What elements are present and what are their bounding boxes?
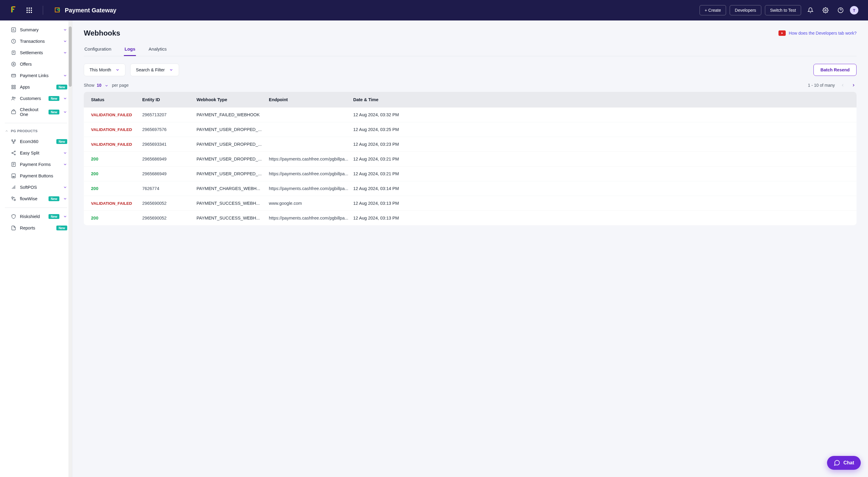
svg-point-21 — [14, 97, 16, 99]
cell-status: 200 — [91, 216, 142, 220]
sidebar-item-summary[interactable]: Summary — [0, 24, 72, 36]
product-name: Payment Gateway — [65, 7, 116, 14]
col-header: Entity ID — [142, 97, 196, 102]
cell-datetime: 12 Aug 2024, 03:13 PM — [353, 201, 849, 206]
create-button[interactable]: + Create — [700, 5, 726, 15]
cell-datetime: 12 Aug 2024, 03:14 PM — [353, 186, 849, 191]
table-row[interactable]: VALIDATION_FAILED2965690052PAYMENT_SUCCE… — [84, 196, 857, 211]
table-row[interactable]: 2002965686949PAYMENT_USER_DROPPED_...htt… — [84, 152, 857, 167]
cell-status: 200 — [91, 171, 142, 176]
chevron-down-icon — [63, 96, 67, 101]
per-page-dropdown[interactable]: 10 — [97, 83, 108, 88]
chat-fab[interactable]: Chat — [827, 456, 861, 470]
chevron-down-icon — [63, 73, 67, 78]
developers-button[interactable]: Developers — [730, 5, 761, 15]
sidebar-item-transactions[interactable]: Transactions — [0, 36, 72, 47]
svg-point-13 — [13, 64, 14, 65]
pager-prev-button[interactable] — [840, 82, 846, 88]
signal-icon — [11, 184, 16, 190]
sidebar-item-customers[interactable]: CustomersNew — [0, 93, 72, 104]
sidebar-item-easy-split[interactable]: Easy Split — [0, 147, 72, 159]
sidebar-item-label: Transactions — [20, 39, 59, 44]
date-filter-label: This Month — [90, 67, 111, 72]
cell-webhook-type: PAYMENT_SUCCESS_WEBH... — [196, 216, 269, 220]
gear-icon[interactable] — [820, 4, 831, 16]
bell-icon[interactable] — [805, 4, 816, 16]
nav-section-pg-products[interactable]: PG PRODUCTS — [0, 126, 72, 136]
sidebar-item-checkout-one[interactable]: Checkout OneNew — [0, 104, 72, 120]
cell-webhook-type: PAYMENT_USER_DROPPED_... — [196, 127, 269, 132]
svg-point-28 — [14, 154, 16, 155]
sidebar-item-label: Offers — [20, 62, 67, 67]
sidebar-item-payment-forms[interactable]: Payment Forms — [0, 159, 72, 170]
svg-rect-14 — [11, 74, 16, 77]
table-row[interactable]: 2007626774PAYMENT_CHARGES_WEBH...https:/… — [84, 181, 857, 196]
logo-icon[interactable] — [10, 5, 18, 15]
sidebar-item-settlements[interactable]: Settlements — [0, 47, 72, 59]
sidebar-item-label: Payment Forms — [20, 162, 59, 167]
clipboard-icon — [11, 50, 16, 56]
sidebar-item-softpos[interactable]: SoftPOS — [0, 181, 72, 193]
help-link[interactable]: How does the Developers tab work? — [778, 30, 857, 36]
sidebar-item-payment-links[interactable]: Payment Links — [0, 70, 72, 81]
cell-entity-id: 2965686949 — [142, 157, 196, 161]
cell-webhook-type: PAYMENT_CHARGES_WEBH... — [196, 186, 269, 191]
svg-rect-18 — [12, 88, 13, 89]
show-label: Show — [84, 83, 94, 88]
table-header: StatusEntity IDWebhook TypeEndpointDate … — [84, 92, 857, 107]
svg-point-12 — [11, 62, 16, 66]
cell-status: VALIDATION_FAILED — [91, 113, 142, 117]
tab-configuration[interactable]: Configuration — [84, 43, 112, 56]
cell-endpoint: https://payments.cashfree.com/pgbillpa..… — [269, 171, 353, 176]
sidebar-item-flowwise[interactable]: flowWiseNew — [0, 193, 72, 204]
cell-endpoint: https://payments.cashfree.com/pgbillpa..… — [269, 157, 353, 161]
search-filter-dropdown[interactable]: Search & Filter — [130, 64, 179, 76]
chevron-down-icon — [63, 28, 67, 32]
cell-entity-id: 7626774 — [142, 186, 196, 191]
batch-resend-button[interactable]: Batch Resend — [813, 64, 857, 76]
table-row[interactable]: 2002965686949PAYMENT_USER_DROPPED_...htt… — [84, 167, 857, 181]
pager-next-button[interactable] — [850, 82, 857, 88]
tab-analytics[interactable]: Analytics — [148, 43, 167, 56]
sidebar-item-riskshield[interactable]: RiskshieldNew — [0, 211, 72, 222]
nav-divider — [5, 207, 67, 208]
new-badge: New — [56, 139, 67, 144]
cell-endpoint: https://payments.cashfree.com/pgbillpa..… — [269, 186, 353, 191]
avatar[interactable]: T — [850, 6, 858, 14]
svg-marker-39 — [781, 32, 783, 34]
product-title: Payment Gateway — [54, 7, 116, 14]
cell-entity-id: 2965690052 — [142, 216, 196, 220]
svg-line-29 — [13, 152, 14, 153]
page-title: Webhooks — [84, 29, 120, 37]
svg-rect-16 — [12, 85, 13, 87]
sidebar-item-apps[interactable]: AppsNew — [0, 81, 72, 93]
sidebar-item-ecom360[interactable]: Ecom360New — [0, 136, 72, 147]
help-icon[interactable] — [835, 4, 846, 16]
apps-grid-icon[interactable] — [27, 7, 32, 13]
sidebar-item-payment-buttons[interactable]: Payment Buttons — [0, 170, 72, 181]
sidebar-item-label: Riskshield — [20, 214, 45, 219]
cell-datetime: 12 Aug 2024, 03:25 PM — [353, 127, 849, 132]
sidebar-item-label: flowWise — [20, 196, 45, 201]
svg-point-23 — [12, 140, 13, 141]
svg-point-1 — [825, 10, 827, 11]
cell-datetime: 12 Aug 2024, 03:32 PM — [353, 112, 849, 117]
cell-entity-id: 2965690052 — [142, 201, 196, 206]
sidebar-item-label: Easy Split — [20, 150, 59, 156]
svg-rect-36 — [13, 176, 14, 177]
svg-rect-17 — [14, 85, 16, 87]
table-row[interactable]: VALIDATION_FAILED2965697576PAYMENT_USER_… — [84, 122, 857, 137]
sidebar-scrollbar[interactable] — [68, 21, 72, 477]
table-row[interactable]: 2002965690052PAYMENT_SUCCESS_WEBH...http… — [84, 211, 857, 225]
cell-endpoint: https://payments.cashfree.com/pgbillpa..… — [269, 216, 353, 220]
sidebar-item-reports[interactable]: ReportsNew — [0, 222, 72, 234]
chevron-down-icon — [63, 162, 67, 167]
switch-test-button[interactable]: Switch to Test — [765, 5, 801, 15]
date-filter-dropdown[interactable]: This Month — [84, 64, 125, 76]
tab-logs[interactable]: Logs — [124, 43, 136, 56]
cell-datetime: 12 Aug 2024, 03:13 PM — [353, 216, 849, 220]
svg-point-26 — [14, 151, 16, 152]
sidebar-item-offers[interactable]: Offers — [0, 59, 72, 70]
table-row[interactable]: VALIDATION_FAILED2965713207PAYMENT_FAILE… — [84, 107, 857, 122]
table-row[interactable]: VALIDATION_FAILED2965693341PAYMENT_USER_… — [84, 137, 857, 152]
